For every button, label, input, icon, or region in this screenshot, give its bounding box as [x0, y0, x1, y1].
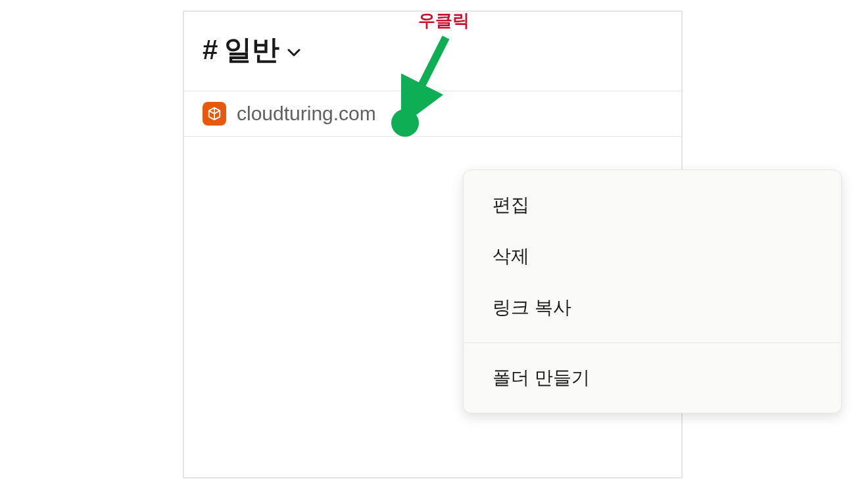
menu-item-delete[interactable]: 삭제	[464, 231, 841, 282]
bookmark-link[interactable]: cloudturing.com	[237, 103, 376, 125]
channel-hash: #	[203, 34, 218, 66]
chevron-down-icon	[287, 48, 301, 57]
context-menu-section-1: 편집 삭제 링크 복사	[464, 170, 841, 342]
menu-item-copy-link[interactable]: 링크 복사	[464, 282, 841, 333]
bookmark-app-icon	[203, 102, 226, 126]
channel-name: 일반	[224, 32, 279, 68]
panel-container: # 일반 cloudturing.com + 편집 삭제 링크 복사 폴더 만들…	[183, 11, 683, 478]
annotation-label: 우클릭	[418, 9, 470, 32]
add-bookmark-button[interactable]: +	[405, 103, 417, 125]
context-menu: 편집 삭제 링크 복사 폴더 만들기	[463, 170, 842, 413]
bookmark-bar: cloudturing.com +	[184, 91, 681, 137]
context-menu-section-2: 폴더 만들기	[464, 343, 841, 413]
menu-item-create-folder[interactable]: 폴더 만들기	[464, 352, 841, 404]
menu-item-edit[interactable]: 편집	[464, 179, 841, 231]
